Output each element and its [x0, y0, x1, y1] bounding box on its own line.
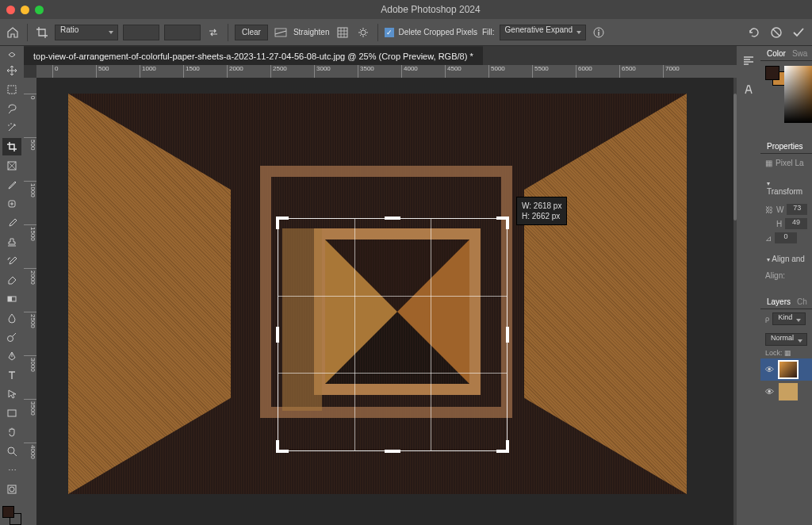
- cancel-crop-icon[interactable]: [768, 24, 785, 41]
- straighten-label[interactable]: Straighten: [293, 28, 330, 36]
- crop-tool-icon[interactable]: [34, 25, 50, 40]
- heal-tool[interactable]: [2, 195, 21, 213]
- tab-layers[interactable]: Layers: [767, 297, 791, 306]
- app-title: Adobe Photoshop 2024: [49, 4, 812, 15]
- lasso-tool[interactable]: [2, 100, 21, 117]
- eraser-tool[interactable]: [2, 271, 21, 289]
- horizontal-ruler[interactable]: 0 500 1000 1500 2000 2500 3000 3500 4000…: [36, 65, 737, 78]
- rectangle-tool[interactable]: [2, 404, 21, 422]
- delete-cropped-checkbox[interactable]: ✓: [385, 28, 394, 37]
- edit-toolbar-icon[interactable]: [2, 49, 21, 60]
- document-area: top-view-of-arrangement-of-colorful-pape…: [24, 46, 737, 525]
- title-bar: Adobe Photoshop 2024: [0, 0, 812, 19]
- quick-mask-icon[interactable]: [2, 481, 21, 498]
- layer-row-1[interactable]: 👁: [760, 358, 812, 381]
- pen-tool[interactable]: [2, 347, 21, 365]
- tab-channels[interactable]: Ch: [797, 297, 807, 306]
- height-input[interactable]: 49: [785, 218, 807, 229]
- history-brush-tool[interactable]: [2, 252, 21, 270]
- reset-crop-icon[interactable]: [745, 24, 763, 41]
- eyedropper-tool[interactable]: [2, 176, 21, 194]
- ratio-width-input[interactable]: [123, 25, 159, 40]
- clear-button[interactable]: Clear: [235, 25, 268, 40]
- vertical-scrollbar[interactable]: [733, 78, 737, 525]
- layer-thumbnail[interactable]: [778, 382, 799, 401]
- straighten-icon[interactable]: [273, 25, 289, 40]
- lock-label: Lock:: [765, 349, 783, 357]
- crop-handle-br[interactable]: [506, 440, 509, 453]
- vertical-ruler[interactable]: 0 500 1000 1500 2000 2500 3000 3500 4000: [24, 78, 36, 525]
- canvas[interactable]: W: 2618 px H: 2662 px: [36, 78, 733, 525]
- angle-input[interactable]: 0: [775, 232, 797, 243]
- layer-thumbnail[interactable]: [778, 360, 799, 379]
- rect-marquee-tool[interactable]: [2, 81, 21, 98]
- layer-filter-select[interactable]: Kind: [772, 312, 806, 325]
- crop-tool[interactable]: [2, 138, 21, 155]
- grid-overlay-icon[interactable]: [335, 25, 350, 40]
- swap-dimensions-icon[interactable]: [205, 25, 221, 40]
- stamp-tool[interactable]: [2, 233, 21, 251]
- svg-point-2: [361, 30, 366, 35]
- tab-color[interactable]: Color: [767, 49, 786, 58]
- wand-tool[interactable]: [2, 119, 21, 136]
- foreground-background-swatches[interactable]: [2, 506, 21, 525]
- visibility-toggle[interactable]: 👁: [764, 365, 775, 374]
- ruler-tick: 6000: [576, 65, 592, 78]
- ruler-tick: 5500: [532, 65, 549, 78]
- zoom-tool[interactable]: [2, 443, 21, 460]
- layer-row-2[interactable]: 👁: [760, 381, 812, 403]
- commit-crop-icon[interactable]: [790, 24, 807, 41]
- dodge-tool[interactable]: [2, 328, 21, 346]
- hand-tool[interactable]: [2, 423, 21, 441]
- minimize-traffic-light[interactable]: [21, 6, 29, 14]
- tab-swatches[interactable]: Swa: [792, 49, 807, 58]
- blend-mode-select[interactable]: Normal: [765, 333, 807, 346]
- crop-handle-tr[interactable]: [506, 217, 509, 229]
- tab-properties[interactable]: Properties: [767, 142, 803, 151]
- ruler-tick: 2000: [24, 268, 36, 285]
- ratio-height-input[interactable]: [164, 25, 201, 40]
- workspace: ⋯ top-view-of-arrangement-of-colorful-pa…: [0, 46, 812, 525]
- layers-filter-row: ρ Kind: [760, 309, 812, 331]
- crop-settings-icon[interactable]: [355, 25, 371, 40]
- crop-handle-l[interactable]: [276, 327, 279, 343]
- glyphs-icon[interactable]: [740, 81, 757, 98]
- layer-type-label: Pixel La: [776, 159, 804, 167]
- link-wh-icon[interactable]: ⛓: [765, 205, 773, 214]
- move-tool[interactable]: [2, 62, 21, 79]
- text-tool[interactable]: [2, 366, 21, 384]
- crop-handle-tl[interactable]: [276, 217, 279, 229]
- options-bar: Ratio Clear Straighten ✓ Delete Cropped …: [0, 19, 812, 46]
- crop-handle-r[interactable]: [506, 327, 509, 343]
- lock-icons[interactable]: ▦: [784, 349, 791, 357]
- svg-point-4: [598, 29, 599, 31]
- color-fg-swatch[interactable]: [765, 66, 779, 80]
- width-input[interactable]: 73: [787, 204, 807, 215]
- path-select-tool[interactable]: [2, 385, 21, 403]
- blur-tool[interactable]: [2, 309, 21, 327]
- document-tab[interactable]: top-view-of-arrangement-of-colorful-pape…: [24, 46, 483, 65]
- crop-rect[interactable]: [278, 219, 507, 450]
- scroll-thumb[interactable]: [733, 94, 737, 220]
- visibility-toggle[interactable]: 👁: [764, 387, 775, 397]
- align-section-header[interactable]: Align and: [760, 251, 812, 266]
- close-traffic-light[interactable]: [6, 6, 15, 14]
- ratio-mode-select[interactable]: Ratio: [55, 25, 118, 40]
- crop-handle-t[interactable]: [385, 217, 400, 220]
- gradient-tool[interactable]: [2, 290, 21, 308]
- home-icon[interactable]: [5, 25, 21, 40]
- edit-toolbar-dots[interactable]: ⋯: [2, 462, 21, 479]
- frame-tool[interactable]: [2, 157, 21, 174]
- paragraph-styles-icon[interactable]: [740, 52, 757, 70]
- ruler-tick: 0: [24, 94, 36, 99]
- info-icon[interactable]: [591, 25, 607, 40]
- fill-select[interactable]: Generative Expand: [500, 25, 587, 40]
- color-picker-box[interactable]: [784, 66, 812, 123]
- brush-tool[interactable]: [2, 214, 21, 232]
- crop-handle-bl[interactable]: [276, 440, 279, 453]
- maximize-traffic-light[interactable]: [35, 6, 44, 14]
- height-label: H: [776, 220, 782, 228]
- transform-section-header[interactable]: Transform: [760, 175, 812, 199]
- crop-handle-b[interactable]: [385, 450, 400, 453]
- foreground-swatch[interactable]: [2, 506, 14, 518]
